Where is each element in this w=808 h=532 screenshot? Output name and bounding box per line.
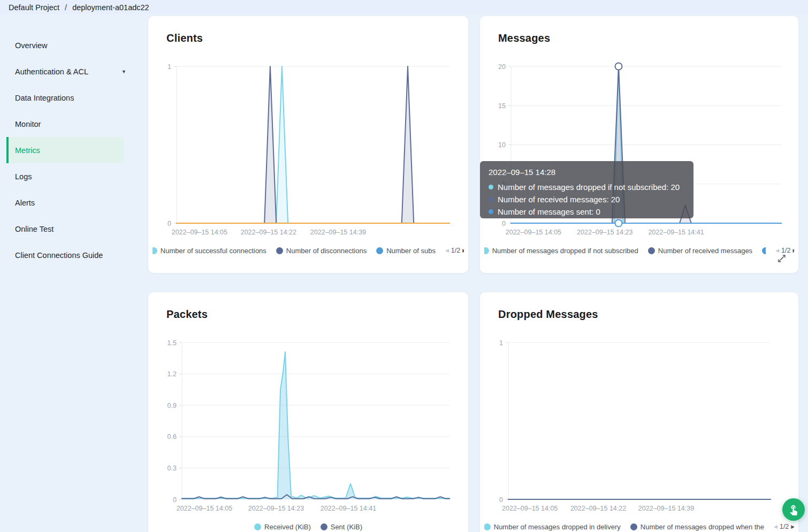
legend-next-button[interactable]: ▶	[792, 248, 794, 253]
sidebar-item-online-test[interactable]: Online Test	[0, 216, 144, 242]
legend-item[interactable]: Number of successful connections	[153, 247, 266, 255]
breadcrumb-separator: /	[65, 3, 67, 12]
legend-page-indicator: 1/2	[451, 247, 460, 254]
packets-card-title: Packets	[166, 308, 208, 321]
legend-prev-button[interactable]: ◀	[445, 248, 449, 253]
sidebar-item-monitor[interactable]: Monitor	[0, 111, 144, 137]
legend-dot-icon	[376, 247, 383, 254]
sidebar-item-client-connections-guide[interactable]: Client Connections Guide	[0, 242, 144, 268]
breadcrumb-project-link[interactable]: Default Project	[9, 3, 59, 12]
sidebar-item-alerts[interactable]: Alerts	[0, 189, 144, 216]
tap-hand-icon	[788, 504, 799, 515]
svg-text:15: 15	[498, 102, 506, 110]
legend-pager: ◀1/2▶	[445, 247, 464, 254]
svg-text:2022–09–15 14:05: 2022–09–15 14:05	[502, 505, 558, 512]
clients-chart[interactable]: 102022–09–15 14:052022–09–15 14:222022–0…	[148, 16, 468, 273]
svg-text:2022–09–15 14:39: 2022–09–15 14:39	[638, 505, 694, 512]
legend-next-button[interactable]: ▶	[791, 524, 794, 529]
svg-text:0.9: 0.9	[167, 402, 177, 409]
svg-text:2022–09–15 14:05: 2022–09–15 14:05	[172, 229, 227, 236]
packets-legend: Received (KiB)Sent (KiB)	[153, 521, 464, 532]
legend-page-indicator: 1/2	[780, 523, 789, 530]
sidebar-item-label: Monitor	[15, 120, 41, 128]
svg-text:2022–09–15 14:23: 2022–09–15 14:23	[248, 505, 304, 512]
svg-text:0.3: 0.3	[167, 465, 177, 472]
legend-label: Number of messages dropped if not subscr…	[492, 247, 638, 255]
dropped-messages-chart[interactable]: 102022–09–15 14:052022–09–15 14:222022–0…	[480, 292, 798, 532]
sidebar-item-data-integrations[interactable]: Data Integrations	[0, 85, 144, 111]
legend-dot-icon	[321, 523, 327, 530]
legend-next-button[interactable]: ▶	[462, 248, 464, 253]
svg-text:1.5: 1.5	[167, 339, 177, 347]
legend-item[interactable]: Received (KiB)	[254, 523, 311, 531]
sidebar-item-label: Client Connections Guide	[15, 251, 103, 260]
legend-page-indicator: 1/2	[781, 247, 790, 254]
clients-card: 102022–09–15 14:052022–09–15 14:222022–0…	[148, 16, 468, 273]
legend-label: Number of messages dropped when the	[641, 523, 764, 531]
legend-dot-icon	[762, 247, 766, 254]
messages-legend: Number of messages dropped if not subscr…	[484, 245, 794, 256]
legend-label: Number of received messages	[658, 247, 752, 255]
sidebar-item-metrics[interactable]: Metrics	[6, 137, 124, 163]
feedback-fab-button[interactable]	[782, 498, 805, 521]
legend-pager: ◀1/2▶	[774, 523, 794, 530]
sidebar-item-label: Overview	[15, 41, 47, 50]
dropped-messages-card: 102022–09–15 14:052022–09–15 14:222022–0…	[480, 292, 798, 532]
chevron-down-icon: ▼	[121, 69, 126, 74]
svg-text:1: 1	[167, 63, 171, 71]
clients-legend: Number of successful connectionsNumber o…	[153, 245, 464, 256]
packets-chart[interactable]: 1.51.20.90.60.302022–09–15 14:052022–09–…	[148, 292, 468, 532]
legend-label: Number of subs	[386, 247, 436, 255]
sidebar-item-label: Online Test	[15, 225, 54, 233]
svg-text:10: 10	[498, 141, 506, 149]
legend-item[interactable]: Sent (KiB)	[321, 523, 362, 531]
legend-dot-icon	[648, 247, 655, 254]
sidebar-item-label: Data Integrations	[15, 94, 74, 102]
legend-item[interactable]: Number of messages dropped if not subscr…	[484, 247, 638, 255]
legend-prev-button[interactable]: ◀	[774, 524, 777, 529]
legend-item[interactable]	[762, 247, 766, 254]
dropped-messages-legend: Number of messages dropped in deliveryNu…	[484, 521, 794, 532]
sidebar-item-authentication-acl[interactable]: Authentication & ACL▼	[0, 58, 144, 85]
legend-item[interactable]: Number of messages dropped in delivery	[484, 523, 621, 531]
svg-text:2022–09–15 14:41: 2022–09–15 14:41	[321, 505, 376, 512]
svg-text:2022–09–15 14:05: 2022–09–15 14:05	[506, 229, 561, 236]
svg-text:0.6: 0.6	[167, 433, 177, 440]
legend-dot-icon	[484, 523, 491, 530]
svg-text:5: 5	[502, 180, 506, 188]
messages-card-title: Messages	[498, 32, 550, 44]
expand-chart-icon[interactable]	[777, 254, 787, 263]
legend-item[interactable]: Number of disconnections	[276, 247, 367, 255]
svg-text:2022–09–15 14:22: 2022–09–15 14:22	[241, 229, 296, 236]
sidebar-item-label: Metrics	[15, 146, 40, 155]
svg-text:2022–09–15 14:22: 2022–09–15 14:22	[570, 505, 626, 512]
svg-text:0: 0	[173, 496, 177, 504]
messages-chart[interactable]: 201510502022–09–15 14:052022–09–15 14:23…	[480, 16, 798, 273]
sidebar: OverviewAuthentication & ACL▼Data Integr…	[0, 14, 144, 532]
messages-card: 201510502022–09–15 14:052022–09–15 14:23…	[480, 16, 798, 273]
svg-text:2022–09–15 14:05: 2022–09–15 14:05	[177, 505, 232, 512]
legend-label: Number of messages dropped in delivery	[494, 523, 621, 531]
legend-label: Sent (KiB)	[331, 523, 362, 531]
svg-text:2022–09–15 14:39: 2022–09–15 14:39	[310, 229, 366, 236]
svg-text:2022–09–15 14:41: 2022–09–15 14:41	[648, 229, 704, 236]
sidebar-nav: OverviewAuthentication & ACL▼Data Integr…	[0, 14, 144, 268]
legend-label: Number of disconnections	[286, 247, 367, 255]
sidebar-item-label: Authentication & ACL	[15, 67, 88, 76]
svg-text:0: 0	[499, 496, 503, 504]
legend-label: Received (KiB)	[264, 523, 311, 531]
svg-text:2022–09–15 14:23: 2022–09–15 14:23	[577, 229, 632, 236]
sidebar-item-logs[interactable]: Logs	[0, 163, 144, 189]
svg-text:1: 1	[499, 339, 503, 347]
sidebar-item-label: Logs	[15, 172, 32, 181]
svg-text:0: 0	[167, 220, 171, 227]
legend-prev-button[interactable]: ◀	[775, 248, 779, 253]
legend-item[interactable]: Number of messages dropped when the	[630, 523, 764, 531]
breadcrumb-deployment: deployment-a01adc22	[72, 3, 149, 12]
legend-item[interactable]: Number of received messages	[648, 247, 752, 255]
legend-dot-icon	[153, 247, 157, 254]
legend-item[interactable]: Number of subs	[376, 247, 436, 255]
legend-pager: ◀1/2▶	[775, 247, 794, 254]
sidebar-item-overview[interactable]: Overview	[0, 32, 144, 58]
legend-dot-icon	[276, 247, 283, 254]
